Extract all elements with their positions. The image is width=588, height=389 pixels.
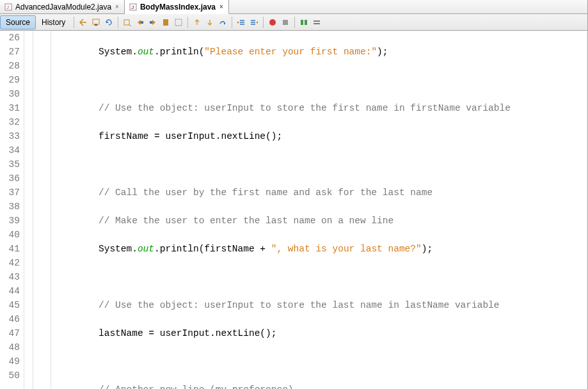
code-text: .println(firstName + xyxy=(154,244,271,254)
code-string: ", what is your last name?" xyxy=(271,244,422,254)
svg-point-10 xyxy=(269,19,276,26)
step-up-icon[interactable] xyxy=(191,17,203,28)
nav-dropdown-icon[interactable] xyxy=(90,17,102,28)
separator xyxy=(263,17,264,28)
history-tab[interactable]: History xyxy=(36,15,71,29)
code-comment: // Use the object: userInput to store th… xyxy=(99,300,500,310)
code-field: out xyxy=(138,47,154,57)
wrap-icon[interactable] xyxy=(311,17,322,28)
refresh-icon[interactable] xyxy=(103,17,115,28)
code-comment: // Another new line (my preference) xyxy=(99,385,294,389)
bookmark-icon[interactable] xyxy=(160,17,171,28)
code-editor[interactable]: 2627282930313233343536373839404142434445… xyxy=(0,31,587,389)
svg-rect-4 xyxy=(93,19,99,24)
code-text: ); xyxy=(377,47,388,57)
svg-rect-6 xyxy=(141,21,143,24)
svg-rect-12 xyxy=(301,20,303,25)
tab-advanced-java[interactable]: J AdvancedJavaModule2.java × xyxy=(0,0,125,13)
separator xyxy=(232,17,232,28)
code-text: System. xyxy=(99,47,138,57)
find-icon[interactable] xyxy=(122,17,133,28)
editor-toolbar: Source History xyxy=(0,14,587,31)
separator xyxy=(294,17,295,28)
indent-left-icon[interactable] xyxy=(235,17,247,28)
annotation-gutter xyxy=(24,31,33,389)
svg-rect-7 xyxy=(150,21,152,24)
code-area[interactable]: System.out.println("Please enter your fi… xyxy=(51,31,587,389)
svg-rect-13 xyxy=(305,20,307,25)
fold-gutter xyxy=(33,31,51,389)
code-text: lastName = userInput.nextLine(); xyxy=(99,328,276,338)
svg-rect-11 xyxy=(283,20,288,25)
step-over-icon[interactable] xyxy=(217,17,228,28)
close-icon[interactable]: × xyxy=(114,3,120,10)
code-comment: // Make the user to enter the last name … xyxy=(99,216,393,226)
separator xyxy=(187,17,188,28)
svg-text:J: J xyxy=(6,4,9,10)
tab-label: AdvancedJavaModule2.java xyxy=(15,3,111,12)
java-file-icon: J xyxy=(129,3,138,12)
separator xyxy=(118,17,118,28)
svg-rect-9 xyxy=(175,19,182,26)
close-icon[interactable]: × xyxy=(218,3,225,10)
code-text: firstName = userInput.nextLine(); xyxy=(99,131,282,141)
tab-label: BodyMassIndex.java xyxy=(140,3,216,12)
source-tab[interactable]: Source xyxy=(0,15,36,29)
code-comment: // Use the object: userInput to store th… xyxy=(99,103,511,113)
code-text: .println( xyxy=(154,47,204,57)
compare-icon[interactable] xyxy=(298,17,310,28)
separator xyxy=(74,17,74,28)
tab-body-mass-index[interactable]: J BodyMassIndex.java × xyxy=(125,0,229,14)
stop-icon[interactable] xyxy=(280,17,291,28)
java-file-icon: J xyxy=(4,3,13,12)
file-tabs: J AdvancedJavaModule2.java × J BodyMassI… xyxy=(0,0,587,14)
code-string: "Please enter your first name:" xyxy=(204,47,377,57)
find-prev-icon[interactable] xyxy=(134,17,146,28)
code-field: out xyxy=(138,244,154,254)
svg-rect-5 xyxy=(124,20,129,25)
code-text: System. xyxy=(99,244,138,254)
record-icon[interactable] xyxy=(267,17,278,28)
svg-text:J: J xyxy=(131,4,134,10)
nav-back-icon[interactable] xyxy=(77,17,89,28)
svg-rect-8 xyxy=(163,19,168,26)
line-numbers: 2627282930313233343536373839404142434445… xyxy=(0,31,24,389)
find-next-icon[interactable] xyxy=(147,17,159,28)
code-comment: // Call the user by the first name and a… xyxy=(99,187,433,198)
indent-right-icon[interactable] xyxy=(248,17,260,28)
step-down-icon[interactable] xyxy=(204,17,216,28)
code-text: ); xyxy=(422,244,433,254)
select-icon[interactable] xyxy=(173,17,184,28)
